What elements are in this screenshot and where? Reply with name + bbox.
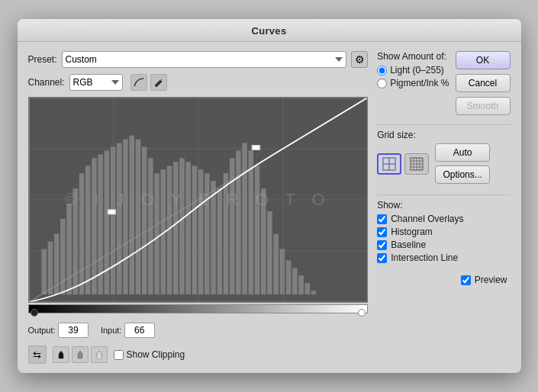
dialog-title: Curves — [18, 19, 521, 42]
pencil-tool-button[interactable] — [150, 74, 167, 91]
black-slider-thumb[interactable] — [31, 309, 38, 316]
preview-row: Preview — [377, 275, 510, 285]
preset-row: Preset: Custom Default Strong Contrast ⚙ — [28, 51, 369, 68]
histogram-checkbox[interactable] — [377, 227, 387, 237]
show-clipping-row: Show Clipping — [114, 349, 185, 360]
svg-rect-40 — [285, 260, 291, 294]
svg-rect-15 — [129, 136, 134, 294]
main-buttons-column: OK Cancel Smooth — [456, 51, 511, 115]
grid-4x4-button[interactable] — [377, 153, 401, 175]
channel-select[interactable]: RGB Red Green Blue — [69, 74, 123, 91]
svg-rect-44 — [311, 291, 316, 294]
svg-rect-52 — [108, 210, 115, 214]
channel-overlays-row: Channel Overlays — [377, 214, 510, 224]
input-box: Input: — [101, 323, 155, 338]
auto-select-button[interactable]: ⇆ — [28, 345, 47, 364]
options-button[interactable]: Options... — [435, 165, 490, 184]
svg-rect-56 — [78, 357, 82, 358]
cancel-button[interactable]: Cancel — [456, 74, 511, 92]
intersection-line-label: Intersection Line — [391, 252, 458, 263]
gray-eyedropper-button[interactable] — [72, 346, 89, 363]
svg-rect-53 — [252, 146, 259, 150]
svg-rect-41 — [292, 268, 298, 294]
svg-rect-25 — [192, 165, 197, 294]
svg-rect-28 — [211, 181, 216, 294]
auto-options-col: Auto Options... — [435, 143, 490, 184]
svg-rect-32 — [236, 150, 241, 294]
svg-rect-33 — [242, 143, 247, 295]
light-radio[interactable] — [377, 66, 387, 76]
grid-10x10-button[interactable] — [404, 153, 429, 175]
svg-rect-1 — [41, 249, 47, 295]
svg-rect-8 — [85, 165, 90, 294]
separator-2 — [377, 194, 510, 195]
input-label: Input: — [101, 326, 122, 335]
histogram-label: Histogram — [391, 227, 433, 237]
svg-rect-57 — [97, 357, 101, 358]
svg-rect-19 — [154, 173, 159, 294]
svg-rect-11 — [104, 150, 109, 294]
channel-label: Channel: — [28, 77, 65, 88]
pigment-radio-row: Pigment/Ink % — [377, 78, 449, 88]
light-label: Light (0–255) — [390, 65, 444, 76]
svg-rect-5 — [66, 204, 72, 294]
auto-button[interactable]: Auto — [435, 143, 490, 162]
svg-rect-39 — [279, 249, 285, 295]
svg-rect-14 — [123, 140, 128, 294]
svg-rect-26 — [198, 169, 203, 294]
smooth-button[interactable]: Smooth — [456, 97, 511, 115]
show-options-group: Show: Channel Overlays Histogram Baselin… — [377, 200, 510, 265]
grid-buttons — [377, 153, 429, 175]
svg-rect-9 — [92, 158, 97, 294]
show-amount-title: Show Amount of: — [377, 51, 449, 62]
output-label: Output: — [28, 326, 56, 335]
show-clipping-checkbox[interactable] — [114, 350, 124, 360]
output-box: Output: — [28, 323, 89, 338]
svg-rect-17 — [141, 147, 147, 295]
tool-icons — [130, 74, 167, 91]
curve-tool-button[interactable] — [130, 74, 147, 91]
intersection-line-checkbox[interactable] — [377, 253, 387, 263]
svg-rect-6 — [72, 188, 78, 294]
curves-canvas-area[interactable]: © I J O Y E R O T O — [28, 97, 369, 303]
svg-rect-37 — [267, 211, 272, 294]
input-input[interactable] — [124, 323, 155, 338]
svg-rect-27 — [205, 173, 210, 294]
right-main-area: Show Amount of: Light (0–255) Pigment/In… — [377, 51, 510, 115]
gradient-slider-area[interactable] — [28, 304, 369, 313]
curves-svg — [29, 98, 368, 302]
preset-select[interactable]: Custom Default Strong Contrast — [62, 51, 347, 68]
channel-overlays-checkbox[interactable] — [377, 214, 387, 224]
ok-button[interactable]: OK — [456, 51, 511, 69]
svg-rect-7 — [79, 173, 84, 294]
svg-rect-36 — [260, 188, 266, 294]
separator-1 — [377, 124, 510, 125]
grid-size-title: Grid size: — [377, 130, 510, 140]
pigment-radio[interactable] — [377, 79, 387, 88]
svg-rect-30 — [223, 173, 228, 294]
right-panel: Show Amount of: Light (0–255) Pigment/In… — [377, 51, 510, 364]
white-eyedropper-button[interactable] — [91, 346, 108, 363]
svg-rect-35 — [254, 165, 259, 294]
eyedropper-set — [53, 346, 108, 363]
gear-button[interactable]: ⚙ — [351, 51, 368, 68]
pigment-label: Pigment/Ink % — [390, 78, 449, 88]
svg-rect-42 — [298, 275, 304, 294]
svg-rect-38 — [273, 234, 279, 294]
channel-overlays-label: Channel Overlays — [391, 214, 463, 224]
channel-row: Channel: RGB Red Green Blue — [28, 74, 369, 91]
svg-rect-18 — [148, 158, 153, 294]
svg-rect-24 — [185, 162, 191, 294]
preview-checkbox[interactable] — [461, 275, 471, 285]
white-slider-thumb[interactable] — [358, 309, 366, 316]
bottom-tools-row: ⇆ Show Clipping — [28, 345, 369, 364]
output-input[interactable] — [58, 323, 89, 338]
intersection-line-row: Intersection Line — [377, 252, 510, 263]
left-panel: Preset: Custom Default Strong Contrast ⚙… — [28, 51, 369, 364]
baseline-checkbox[interactable] — [377, 240, 387, 250]
baseline-row: Baseline — [377, 239, 510, 250]
preview-label: Preview — [475, 275, 507, 285]
black-eyedropper-button[interactable] — [53, 346, 69, 363]
curves-dialog: Curves Preset: Custom Default Strong Con… — [18, 19, 521, 373]
svg-rect-55 — [59, 357, 63, 358]
